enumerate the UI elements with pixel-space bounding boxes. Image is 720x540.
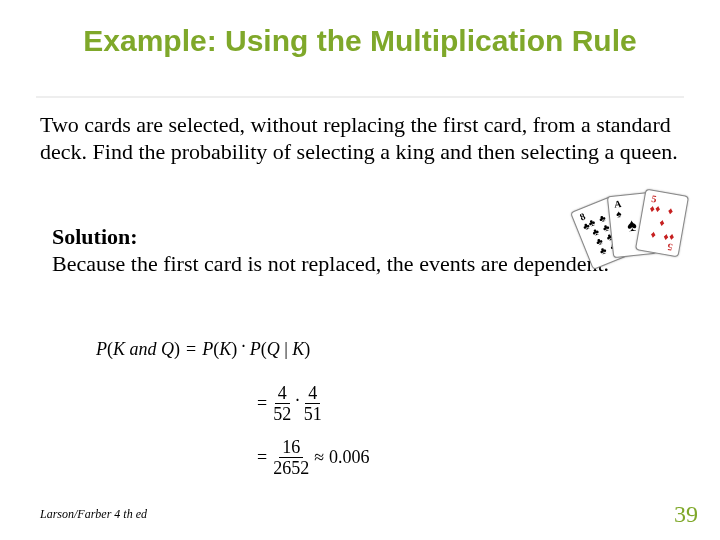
footer-citation: Larson/Farber 4 th ed [40,507,147,522]
approx-value: 0.006 [329,447,370,468]
math-line-2: = 452 · 451 [96,382,370,424]
cards-illustration: 8♣ ♣♣♣♣♣♣♣♣ 8♣ A♠ ♠ A♠ 5♦ ♦♦♦♦♦ 5♦ [576,190,696,270]
solution-text: Because the first card is not replaced, … [52,251,609,276]
frac2-den: 51 [304,404,322,423]
page-title: Example: Using the Multiplication Rule [0,24,720,58]
frac1-den: 52 [273,404,291,423]
math-line-1: P(K and Q) = P(K) · P(Q | K) [96,328,370,370]
solution-label: Solution: [52,224,138,249]
frac3-den: 2652 [273,458,309,477]
frac3-num: 16 [279,438,303,458]
frac2-num: 4 [305,384,320,404]
math-line-3: = 162652 ≈ 0.006 [96,436,370,478]
page-number: 39 [674,501,698,528]
solution-block: Solution: Because the first card is not … [52,224,652,278]
math-block: P(K and Q) = P(K) · P(Q | K) = 452 · 451… [96,328,370,490]
title-underline [36,96,684,98]
frac1-num: 4 [275,384,290,404]
problem-text: Two cards are selected, without replacin… [40,112,680,166]
card-5-diamonds: 5♦ ♦♦♦♦♦ 5♦ [635,189,689,258]
